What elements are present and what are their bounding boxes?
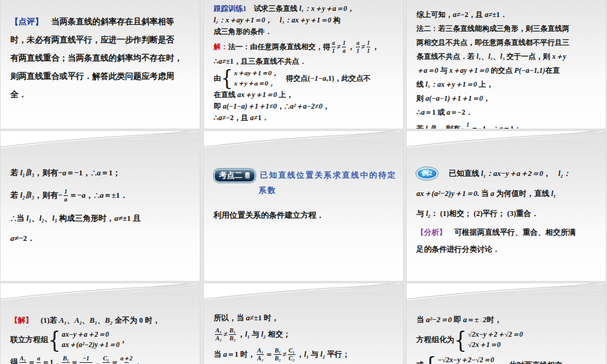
text-segment: A₂ bbox=[74, 316, 82, 325]
text-segment: ＝±1． bbox=[104, 190, 128, 201]
fraction: B₁B₂ bbox=[229, 327, 236, 342]
text-line: A₁A₂≠B₁B₂，l₁ 与 l₂ 相交； bbox=[214, 325, 400, 344]
slide-sorter-grid: 【点评】 当两条直线的斜率存在且斜率相等时，未必有两直线平行，应进一步作判断是否… bbox=[0, 0, 607, 364]
text-line: 联立方程组{ax−y＋a＋2＝0ax＋(a²−2)y＋1＝0， bbox=[10, 328, 197, 351]
text-line: 系数 bbox=[214, 183, 400, 198]
text-segment: 足的条件进行分类讨论． bbox=[416, 244, 500, 255]
text-segment: 条直线不共点．若 bbox=[416, 52, 476, 62]
text-line: 例2 已知直线 l₁：ax−y＋a＋2＝0， l₂： bbox=[416, 164, 603, 183]
text-segment: l₂： bbox=[558, 169, 571, 179]
text-line: 解：法一：由任意两条直线相交，得a1≠1a，a1≠11， bbox=[214, 38, 400, 56]
text-segment: l₁：x＋y＋a＝0， bbox=[299, 4, 354, 14]
text-segment: 、 bbox=[32, 213, 39, 224]
text-segment: 时， bbox=[487, 315, 502, 325]
text-line: 线 l₃：ax＋y＋1＝0 上， bbox=[416, 78, 603, 92]
text-segment: 、 bbox=[44, 213, 52, 224]
text-line: 若 l₁∥l₂，则有−1a＝−1，∴a＝1； bbox=[416, 120, 603, 129]
text-segment: ，则有− bbox=[34, 190, 62, 201]
text-line: 利用位置关系的条件建立方程． bbox=[214, 209, 400, 222]
text-segment: ≠ bbox=[337, 42, 341, 52]
slide-thumbnail-5[interactable]: 考点二已知直线位置关系求直线中的待定系数利用位置关系的条件建立方程． bbox=[204, 131, 403, 281]
text-segment: 在直 bbox=[545, 66, 560, 76]
text-segment: l₂ bbox=[426, 209, 431, 218]
text-segment: ＝± bbox=[467, 315, 478, 325]
text-segment: ∴ bbox=[214, 57, 219, 66]
slide-thumbnail-1[interactable]: 【点评】 当两条直线的斜率存在且斜率相等时，未必有两直线平行，应进一步作判断是否… bbox=[1, 0, 200, 129]
text-segment: ， bbox=[237, 329, 245, 340]
text-segment: 两相交且不共点，即任意两条直线都不平行且三 bbox=[416, 38, 569, 48]
text-line: 由{x＋ay＋1＝0，x＋y＋a＝0， 得交点(−1−a,1)，此交点不 bbox=[214, 67, 400, 89]
text-segment: l₁∥l₂ bbox=[426, 124, 438, 129]
slide-thumbnail-3[interactable]: 综上可知，a≠−2，且 a≠±1．法二：若三条直线能构成三角形，则三条直线两两相… bbox=[407, 0, 606, 129]
text-segment: 或 bbox=[416, 360, 424, 364]
text-segment: a(−1−a)＋1＋1≠0 bbox=[223, 101, 277, 112]
text-segment: ax＋y＋1＝0 bbox=[237, 90, 277, 100]
text-segment: 全不为 0 时， bbox=[113, 315, 160, 326]
text-segment: ＝−1，∴ bbox=[471, 124, 499, 129]
text-line: 【点评】 当两条直线的斜率存在且斜率相等 bbox=[10, 13, 197, 31]
text-segment: ， bbox=[297, 349, 305, 360]
text-segment: 综上可知， bbox=[416, 10, 453, 20]
fraction: aa bbox=[36, 355, 41, 364]
slide-thumbnail-6[interactable]: 例2 已知直线 l₁：ax−y＋a＋2＝0， l₂：ax＋(a²−2)y＋1＝0… bbox=[407, 131, 606, 281]
text-segment: 【点评】 bbox=[10, 16, 43, 27]
text-line: 则两直线重合或平行．解答此类问题应考虑周 bbox=[10, 67, 197, 86]
text-line: 若 l₁∥l₃，则有−a＝−1，∴a＝1； bbox=[10, 163, 197, 183]
fraction: C₁C₂ bbox=[288, 347, 295, 362]
text-segment: 【解】 bbox=[10, 315, 33, 326]
text-segment: B₂ bbox=[105, 316, 113, 325]
text-segment: x＋y bbox=[552, 52, 566, 62]
text-segment: 方程组化为 bbox=[416, 335, 455, 345]
text-segment: 有两直线重合；当两条直线的斜率均不存在时， bbox=[10, 53, 183, 64]
text-segment: 成三角形的条件． bbox=[214, 27, 272, 37]
brace-glyph: { bbox=[49, 329, 61, 350]
slide-thumbnail-2[interactable]: 跟踪训练1 试求三条直线 l₁：x＋y＋a＝0，l₂：x＋ay＋1＝0， l₃：… bbox=[204, 0, 403, 129]
text-segment: ,1)，此交点不 bbox=[326, 73, 370, 84]
equation-row: x＋y＋a＝0， bbox=[234, 78, 278, 89]
text-segment: 跟踪训练1 bbox=[214, 4, 246, 14]
text-line: 有两直线重合；当两条直线的斜率均不存在时， bbox=[10, 49, 197, 67]
equation-row: −√2x−y＋2−√2＝0 bbox=[438, 355, 494, 364]
text-segment: 当 bbox=[214, 349, 223, 360]
text-segment: ，∴ bbox=[277, 101, 290, 112]
text-segment: 即 bbox=[214, 101, 223, 112]
fraction: a1 bbox=[331, 39, 336, 53]
text-line: 得A₁A₂＝aa＝1，B₁B₂＝−1a²−2，C₁C₂＝a＋21， bbox=[10, 351, 197, 364]
text-line: ∴a≠±1，且三条直线不共点． bbox=[214, 56, 400, 67]
text-segment: ＝1， bbox=[42, 357, 61, 364]
text-line: 则 a(−a−1)＋1＋1＝0， bbox=[416, 92, 603, 106]
text-segment: 若 bbox=[416, 124, 426, 129]
text-line: 或{−√2x−y＋2−√2＝0−√2x＋1＝0 ，此时两直线相交． bbox=[416, 352, 603, 364]
text-segment: 解： bbox=[214, 42, 228, 52]
slide-thumbnail-7[interactable]: 【解】 (1)若 A₁、A₂、B₁、B₂ 全不为 0 时，联立方程组{ax−y＋… bbox=[1, 283, 200, 364]
text-line: 全． bbox=[10, 86, 197, 104]
text-segment: l₃ bbox=[52, 214, 57, 223]
text-line: ∴a＝1 或 a＝−2． bbox=[416, 106, 603, 120]
equation-system: {√2x−y＋2＋√2＝0√2x＋1＝0 bbox=[455, 329, 523, 350]
text-segment: ，则有− bbox=[438, 124, 464, 129]
text-segment: 当 bbox=[479, 189, 490, 199]
text-segment: 平行； bbox=[325, 349, 350, 360]
text-segment: 构成三角形时， bbox=[57, 213, 114, 224]
text-segment: 为何值时，直线 bbox=[494, 189, 551, 199]
text-segment: 、 bbox=[97, 315, 105, 326]
text-segment: l₁ bbox=[304, 350, 309, 359]
text-segment: P(−a−1,1) bbox=[514, 66, 545, 75]
slide-thumbnail-4[interactable]: 若 l₁∥l₃，则有−a＝−1，∴a＝1；若 l₂∥l₃，则有−1a＝−a，∴a… bbox=[1, 131, 200, 281]
text-segment: 得 bbox=[10, 357, 18, 364]
text-line: 即 a(−1−a)＋1＋1≠0，∴a²＋a−2≠0， bbox=[214, 101, 400, 112]
text-line: 成三角形的条件． bbox=[214, 26, 400, 38]
text-segment: 若 bbox=[10, 190, 20, 201]
text-segment: 由 bbox=[214, 73, 221, 84]
text-segment: 、 bbox=[82, 315, 90, 326]
text-segment: ＝1 或 bbox=[425, 107, 447, 118]
kaodian-badge-label: 考点二 bbox=[219, 170, 242, 181]
text-segment: ax＋y＋1＝0 bbox=[438, 79, 477, 90]
text-segment: l₂ bbox=[39, 214, 44, 223]
slide-thumbnail-9[interactable]: 当 a²−2＝0 即 a＝±√2时，方程组化为{√2x−y＋2＋√2＝0√2x＋… bbox=[407, 283, 606, 364]
text-line: ax＋(a²−2)y＋1＝0. 当 a 为何值时，直线 l₁ bbox=[416, 183, 603, 204]
text-segment: ax−y＋a＋2＝0 bbox=[493, 169, 543, 179]
slide-thumbnail-8[interactable]: 所以，当 a≠±1 时，A₁A₂≠B₁B₂，l₁ 与 l₂ 相交；当 a＝1 时… bbox=[204, 283, 403, 364]
slide-content: 考点二已知直线位置关系求直线中的待定系数利用位置关系的条件建立方程． bbox=[214, 167, 400, 222]
equation-row: x＋ay＋1＝0， bbox=[234, 68, 278, 78]
